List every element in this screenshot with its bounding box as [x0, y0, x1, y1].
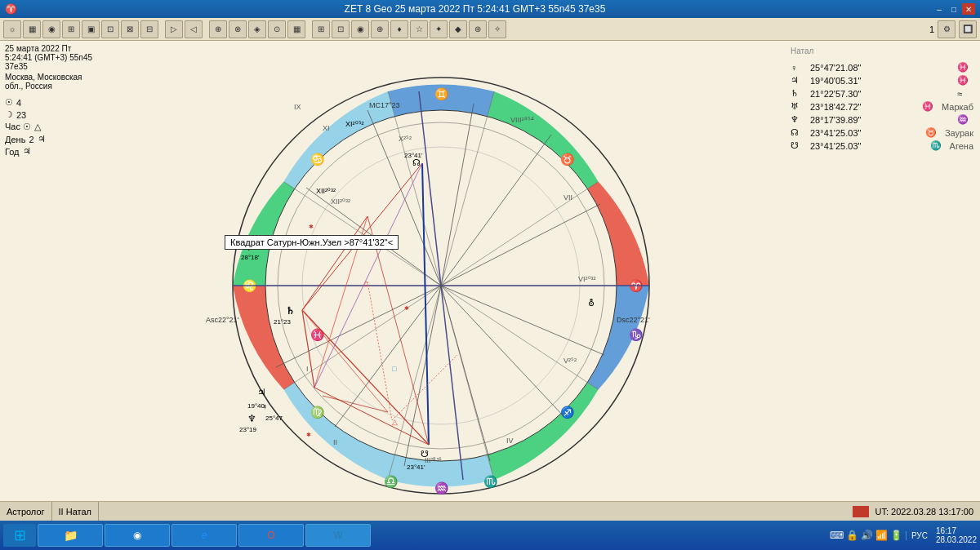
right-panel: Натал ♀ 25°47'21.08" ♓ ♃ 19°40'05.31" ♓ … — [784, 41, 980, 530]
tb-btn-17[interactable]: ⊡ — [332, 20, 350, 38]
chart-area: Квадрат Сатурн-Южн.Узел >87°41'32"< — [98, 41, 784, 530]
tb-btn-15[interactable]: ▦ — [287, 20, 305, 38]
aspect-tooltip: Квадрат Сатурн-Южн.Узел >87°41'32"< — [225, 235, 399, 250]
clock-time: 16:17 — [936, 526, 977, 535]
clock-area: 16:17 28.03.2022 — [936, 526, 977, 544]
venus-symbol: ♀ — [791, 63, 807, 73]
venus-degree: 25°47'21.08" — [810, 63, 954, 73]
taskbar-zet[interactable]: ◉ — [105, 524, 170, 547]
svg-text:21°23: 21°23 — [274, 318, 292, 326]
lang-indicator: РУС — [906, 531, 933, 540]
tb-btn-25[interactable]: ✧ — [488, 20, 506, 38]
moon-symbol: ☽ — [5, 109, 13, 120]
svg-text:28°18': 28°18' — [241, 254, 260, 261]
svg-text:♃: ♃ — [257, 387, 266, 398]
svg-text:♎: ♎ — [384, 475, 399, 489]
tb-btn-19[interactable]: ⊕ — [371, 20, 389, 38]
page-nav-btn[interactable]: 🔲 — [959, 20, 977, 38]
svg-text:MC17°23: MC17°23 — [369, 101, 400, 109]
tb-btn-5[interactable]: ▣ — [82, 20, 100, 38]
sun-info: ☉ 4 — [5, 97, 93, 108]
neptune-degree: 28°17'39.89" — [810, 115, 954, 125]
status-right: UT: 2022.03.28 13:17:00 — [853, 506, 980, 517]
hour-symbol: △ — [34, 122, 41, 132]
tb-btn-7[interactable]: ⊠ — [121, 20, 139, 38]
taskbar-opera[interactable]: О — [238, 524, 304, 547]
tb-btn-9[interactable]: ▷ — [165, 20, 183, 38]
uranus-symbol: ♅ — [791, 101, 807, 112]
tb-btn-4[interactable]: ⊞ — [62, 20, 80, 38]
tb-btn-3[interactable]: ◉ — [42, 20, 60, 38]
tb-btn-8[interactable]: ⊟ — [140, 20, 158, 38]
titlebar-controls: – □ ✕ — [933, 3, 975, 15]
svg-text:II: II — [333, 438, 337, 446]
toolbar: ☼ ▦ ◉ ⊞ ▣ ⊡ ⊠ ⊟ ▷ ◁ ⊕ ⊗ ◈ ⊙ ▦ ⊞ ⊡ ◉ ⊕ ♦ … — [0, 18, 980, 41]
tb-btn-10[interactable]: ◁ — [185, 20, 203, 38]
tb-btn-6[interactable]: ⊡ — [101, 20, 119, 38]
uranus-sign: ♓ — [922, 101, 938, 112]
neptune-symbol: ♆ — [791, 114, 807, 125]
svg-text:♑: ♑ — [629, 328, 644, 342]
tb-btn-24[interactable]: ⊛ — [469, 20, 487, 38]
planet-southnode: ☋ 23°41'25.03" ♏ Агена — [791, 140, 973, 151]
southnode-degree: 23°41'25.03" — [810, 141, 927, 151]
start-button[interactable]: ⊞ — [3, 524, 36, 547]
svg-text:♉: ♉ — [560, 153, 575, 166]
titlebar-title: ZET 8 Geo 25 марта 2022 Пт 5:24:41 GMT+3… — [345, 3, 606, 15]
titlebar: ♈ ZET 8 Geo 25 марта 2022 Пт 5:24:41 GMT… — [0, 0, 980, 18]
jupiter-degree: 19°40'05.31" — [810, 76, 954, 86]
ut-label: UT: 2022.03.28 13:17:00 — [875, 507, 973, 517]
taskbar-ie[interactable]: e — [172, 524, 237, 547]
page-settings-btn[interactable]: ⚙ — [938, 20, 956, 38]
planet-neptune: ♆ 28°17'39.89" ♒ — [791, 114, 973, 125]
jupiter-sign: ♓ — [957, 75, 973, 86]
main-area: 25 марта 2022 Пт 5:24:41 (GMT+3) 55n45 3… — [0, 41, 980, 530]
taskbar-right: ⌨ 🔒 🔊 📶 🔋 РУС 16:17 28.03.2022 — [830, 526, 977, 544]
tb-btn-16[interactable]: ⊞ — [312, 20, 330, 38]
taskbar-word[interactable]: W — [305, 524, 371, 547]
left-panel: 25 марта 2022 Пт 5:24:41 (GMT+3) 55n45 3… — [0, 41, 98, 530]
tb-btn-14[interactable]: ⊙ — [268, 20, 286, 38]
tb-btn-18[interactable]: ◉ — [351, 20, 369, 38]
maximize-button[interactable]: □ — [947, 3, 960, 15]
natal-label: Натал — [791, 47, 813, 55]
northnode-degree: 23°41'25.03" — [810, 128, 922, 138]
svg-text:✱: ✱ — [404, 305, 409, 311]
svg-text:♋: ♋ — [310, 153, 325, 166]
svg-text:⛢: ⛢ — [588, 298, 595, 308]
tb-btn-20[interactable]: ♦ — [390, 20, 408, 38]
page-control: 1 ⚙ 🔲 — [929, 20, 977, 38]
planet-northnode: ☊ 23°41'25.03" ♉ Заурак — [791, 127, 973, 138]
tb-btn-2[interactable]: ▦ — [23, 20, 41, 38]
svg-text:23°19: 23°19 — [239, 426, 257, 433]
tb-btn-13[interactable]: ◈ — [248, 20, 266, 38]
tb-btn-1[interactable]: ☼ — [3, 20, 21, 38]
svg-text:♏: ♏ — [483, 475, 498, 489]
status-astrolог: Астролог — [7, 507, 45, 517]
svg-text:Dsc22°21': Dsc22°21' — [617, 316, 650, 324]
tb-btn-21[interactable]: ☆ — [410, 20, 428, 38]
status-natal: II Натал — [59, 507, 91, 517]
planet-header-spacer: Натал — [791, 46, 973, 62]
day-symbol: ♃ — [38, 134, 46, 144]
saturn-sign: ≈ — [957, 89, 973, 99]
planet-uranus: ♅ 23°18'42.72" ♓ Маркаб — [791, 101, 973, 112]
tb-btn-22[interactable]: ✦ — [430, 20, 448, 38]
jupiter-symbol: ♃ — [791, 75, 807, 86]
location-info: Москва, Московская обл., Россия — [5, 73, 93, 91]
svg-text:25°47: 25°47 — [265, 415, 283, 422]
svg-text:IX: IX — [294, 103, 301, 111]
close-button[interactable]: ✕ — [962, 3, 975, 15]
tb-btn-12[interactable]: ⊗ — [229, 20, 247, 38]
minimize-button[interactable]: – — [933, 3, 946, 15]
sun-symbol: ☉ — [5, 97, 13, 108]
tb-btn-23[interactable]: ◆ — [449, 20, 467, 38]
northnode-star: Заурак — [945, 128, 973, 138]
day-label: День — [5, 135, 25, 144]
taskbar-explorer[interactable]: 📁 — [38, 524, 103, 547]
location-text: Москва, Московская обл., Россия — [5, 73, 93, 91]
tb-btn-11[interactable]: ⊕ — [209, 20, 227, 38]
svg-text:△: △ — [392, 418, 398, 426]
status-seg2: II Натал — [52, 502, 99, 521]
northnode-symbol: ☊ — [791, 127, 807, 138]
